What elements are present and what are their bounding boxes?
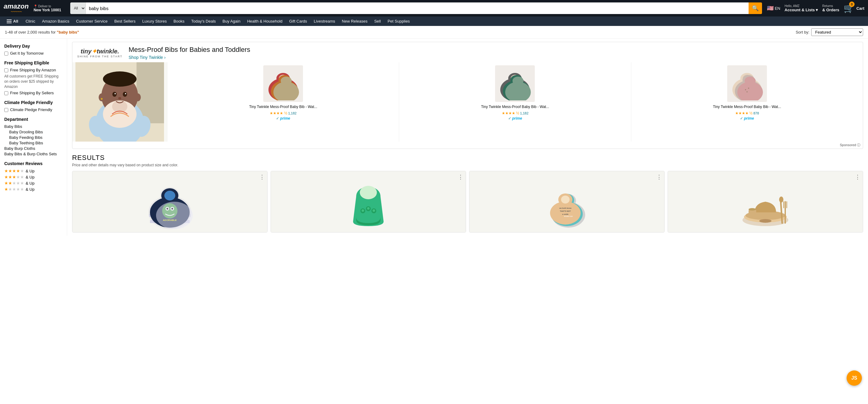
- product-options-1[interactable]: ⋮: [259, 174, 265, 180]
- returns-button[interactable]: Returns & Orders: [822, 4, 839, 12]
- nav-buy-again[interactable]: Buy Again: [220, 16, 244, 26]
- search-input[interactable]: [86, 2, 749, 14]
- half-star-icon: ½: [516, 111, 519, 115]
- sidebar-climate-friendly[interactable]: Climate Pledge Friendly: [4, 107, 63, 112]
- product-card-3[interactable]: ⋮: [469, 171, 664, 233]
- half-star-icon: ½: [749, 111, 752, 115]
- bib-svg-2: [497, 67, 533, 100]
- svg-point-86: [749, 208, 756, 210]
- nav-best-sellers[interactable]: Best Sellers: [111, 16, 138, 26]
- nav-books[interactable]: Books: [170, 16, 188, 26]
- nav-luxury-stores[interactable]: Luxury Stores: [139, 16, 170, 26]
- nav-all[interactable]: All: [3, 16, 22, 26]
- get-it-tomorrow-checkbox[interactable]: [4, 52, 8, 56]
- product-options-4[interactable]: ⋮: [855, 174, 860, 180]
- nav-pet-supplies[interactable]: Pet Supplies: [384, 16, 413, 26]
- product-card-2[interactable]: ⋮: [271, 171, 466, 233]
- star-4: ★: [16, 174, 20, 179]
- banner-product-1-title: Tiny Twinkle Mess-Proof Baby Bib - Wat..…: [249, 104, 317, 109]
- sidebar-4star-filter[interactable]: ★ ★ ★ ★ ★ & Up: [4, 168, 63, 173]
- nav-health-household[interactable]: Health & Household: [244, 16, 285, 26]
- sidebar-1star-filter[interactable]: ★ ★ ★ ★ ★ & Up: [4, 187, 63, 192]
- location-pin-icon: 📍: [34, 5, 37, 8]
- svg-point-50: [164, 191, 175, 200]
- product-options-3[interactable]: ⋮: [656, 174, 662, 180]
- results-section-title: RESULTS: [72, 154, 863, 162]
- nav-new-releases[interactable]: New Releases: [339, 16, 370, 26]
- hamburger-icon: [7, 20, 11, 23]
- banner-product-1[interactable]: Tiny Twinkle Mess-Proof Baby Bib - Wat..…: [167, 62, 399, 142]
- nav-bar: All Clinic Amazon Basics Customer Servic…: [0, 16, 868, 26]
- account-bottom-label: Account & Lists ▾: [785, 8, 818, 12]
- star-1: ★: [4, 187, 8, 192]
- svg-point-9: [115, 93, 116, 94]
- product-4-svg: [738, 173, 793, 231]
- deliver-section[interactable]: 📍 Deliver to New York 10001: [34, 5, 67, 12]
- sidebar-get-it-tomorrow[interactable]: Get It by Tomorrow: [4, 51, 63, 56]
- sidebar-free-shipping-sellers[interactable]: Free Shipping By Sellers: [4, 91, 63, 95]
- product-card-4[interactable]: ⋮: [668, 171, 863, 233]
- sidebar-baby-bibs-link[interactable]: Baby Bibs: [4, 124, 63, 129]
- product-2-image: [271, 171, 466, 232]
- sidebar-baby-bibs-burp-sets-link[interactable]: Baby Bibs & Burp Cloths Sets: [4, 152, 63, 156]
- sponsored-banner-header: tiny✦twinkle. SHINE FROM THE START Mess-…: [72, 42, 863, 62]
- nav-amazon-basics[interactable]: Amazon Basics: [39, 16, 72, 26]
- sidebar-free-shipping-amazon[interactable]: Free Shipping By Amazon: [4, 68, 63, 72]
- sort-by-section: Sort by: Featured Price: Low to High Pri…: [796, 28, 863, 36]
- svg-point-87: [779, 197, 783, 203]
- svg-point-14: [103, 71, 136, 87]
- search-category-select[interactable]: All: [70, 2, 86, 14]
- banner-product-2[interactable]: Tiny Twinkle Mess-Proof Baby Bib - Wat..…: [399, 62, 631, 142]
- sidebar-baby-drooling-bibs-link[interactable]: Baby Drooling Bibs: [4, 130, 63, 134]
- svg-point-68: [373, 209, 375, 212]
- account-button[interactable]: Hello, AMZ Account & Lists ▾: [785, 4, 818, 12]
- amazon-logo[interactable]: amazon ~~~~~: [4, 2, 29, 14]
- svg-text:THAT'S NOT: THAT'S NOT: [560, 210, 571, 212]
- sidebar-baby-teething-bibs-link[interactable]: Baby Teething Bibs: [4, 141, 63, 145]
- free-shipping-sellers-checkbox[interactable]: [4, 91, 8, 95]
- nav-customer-service[interactable]: Customer Service: [73, 16, 111, 26]
- free-shipping-amazon-checkbox[interactable]: [4, 68, 8, 72]
- svg-point-10: [125, 93, 126, 94]
- banner-product-1-image: [263, 65, 303, 102]
- nav-gift-cards[interactable]: Gift Cards: [286, 16, 310, 26]
- svg-point-7: [113, 92, 117, 97]
- logo-arrow: ~~~~~: [11, 9, 22, 14]
- nav-livestreams[interactable]: Livestreams: [311, 16, 338, 26]
- 1-stars: ★ ★ ★ ★ ★: [4, 187, 24, 192]
- product-1-image: ADORABLE: [72, 171, 267, 232]
- brand-info: Mess-Proof Bibs for Babies and Toddlers …: [129, 46, 250, 60]
- product-options-2[interactable]: ⋮: [458, 174, 463, 180]
- banner-product-3[interactable]: Tiny Twinkle Mess-Proof Baby Bib - Wat..…: [631, 62, 863, 142]
- shop-brand-link[interactable]: Shop Tiny Twinkle ›: [129, 55, 250, 60]
- star-2: ★: [8, 181, 12, 186]
- product-area: tiny✦twinkle. SHINE FROM THE START Mess-…: [67, 39, 868, 236]
- language-selector[interactable]: 🇺🇸 EN: [767, 5, 780, 11]
- sort-select[interactable]: Featured Price: Low to High Price: High …: [811, 28, 863, 36]
- nav-todays-deals[interactable]: Today's Deals: [188, 16, 219, 26]
- half-star-icon: ½: [284, 111, 287, 115]
- nav-clinic[interactable]: Clinic: [23, 16, 38, 26]
- sidebar-3star-filter[interactable]: ★ ★ ★ ★ ★ & Up: [4, 174, 63, 179]
- cart-button[interactable]: 0 🛒 Cart: [843, 3, 864, 13]
- results-bar: 1-48 of over 2,000 results for "baby bib…: [0, 26, 868, 39]
- star-icon: ★★★★: [270, 111, 283, 115]
- sidebar-2star-filter[interactable]: ★ ★ ★ ★ ★ & Up: [4, 181, 63, 186]
- banner-product-1-stars: ★★★★½ 1,182: [270, 111, 297, 115]
- sort-label: Sort by:: [796, 30, 809, 34]
- header-right: 🇺🇸 EN Hello, AMZ Account & Lists ▾ Retur…: [767, 3, 864, 13]
- svg-rect-85: [749, 209, 756, 218]
- svg-point-41: [746, 91, 748, 93]
- nav-sell[interactable]: Sell: [371, 16, 384, 26]
- star-2: ★: [8, 187, 12, 192]
- sponsored-banner[interactable]: tiny✦twinkle. SHINE FROM THE START Mess-…: [72, 42, 863, 149]
- product-card-1[interactable]: ⋮: [72, 171, 268, 233]
- svg-point-39: [745, 89, 746, 90]
- sidebar-baby-feeding-bibs-link[interactable]: Baby Feeding Bibs: [4, 135, 63, 140]
- star-3: ★: [12, 168, 16, 173]
- product-grid: ⋮: [72, 171, 863, 233]
- account-top-label: Hello, AMZ: [785, 4, 818, 8]
- search-button[interactable]: 🔍: [749, 2, 762, 14]
- climate-friendly-checkbox[interactable]: [4, 108, 8, 112]
- sidebar-baby-burp-cloths-link[interactable]: Baby Burp Cloths: [4, 146, 63, 151]
